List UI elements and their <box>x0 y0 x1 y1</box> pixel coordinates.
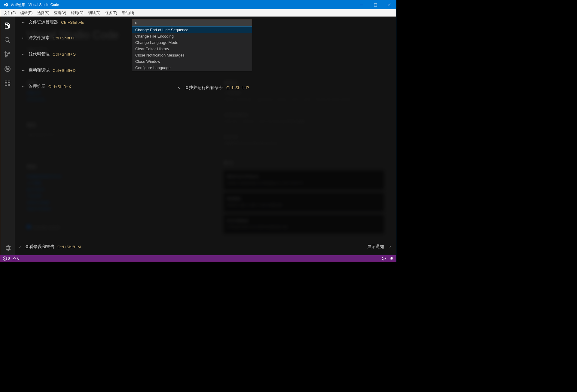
activity-debug[interactable] <box>0 62 15 76</box>
smiley-icon <box>382 256 386 261</box>
menu-debug[interactable]: 调试(D) <box>86 10 103 16</box>
palette-item[interactable]: Clear Editor History <box>132 46 252 52</box>
menu-edit[interactable]: 编辑(E) <box>18 10 35 16</box>
palette-item[interactable]: Change End of Line Sequence <box>132 27 252 33</box>
hint-label: 查找并运行所有命令 <box>185 85 223 90</box>
bug-icon <box>4 65 11 72</box>
menu-tasks[interactable]: 任务(T) <box>103 10 119 16</box>
window-controls <box>355 0 396 9</box>
extensions-icon <box>4 80 11 87</box>
activity-search[interactable] <box>0 33 15 47</box>
svg-rect-0 <box>374 4 377 6</box>
close-button[interactable] <box>382 0 396 9</box>
menu-help[interactable]: 帮助(H) <box>120 10 137 16</box>
palette-item[interactable]: Configure Language <box>132 65 252 71</box>
menu-go[interactable]: 转到(G) <box>69 10 86 16</box>
menu-file[interactable]: 文件(F) <box>2 10 18 16</box>
hint-shortcut: Ctrl+Shift+P <box>226 85 249 90</box>
search-icon <box>4 36 11 44</box>
bell-icon <box>389 256 394 261</box>
minimize-button[interactable] <box>355 0 368 9</box>
palette-item[interactable]: Close Notification Messages <box>132 52 252 58</box>
window: 欢迎使用 - Visual Studio Code 文件(F) 编辑(E) 选择… <box>0 0 396 262</box>
branch-icon <box>4 51 11 58</box>
command-palette-list: Change End of Line Sequence Change File … <box>132 27 252 71</box>
menu-selection[interactable]: 选择(S) <box>35 10 52 16</box>
status-warnings[interactable]: 0 <box>12 256 20 261</box>
arrow-up-left-icon: ← <box>176 84 182 91</box>
svg-point-6 <box>384 258 385 259</box>
warning-icon <box>12 256 17 261</box>
titlebar: 欢迎使用 - Visual Studio Code <box>0 0 396 9</box>
error-icon <box>3 256 7 261</box>
gear-icon <box>4 244 11 252</box>
activity-explorer[interactable] <box>0 18 15 33</box>
activitybar <box>0 17 15 255</box>
app-icon <box>0 2 11 7</box>
content: Visual Studio Code 编辑进化 启动 新建文件 打开文件夹...… <box>0 17 396 255</box>
command-palette-input[interactable] <box>132 19 252 27</box>
statusbar: 0 0 <box>0 255 396 262</box>
status-errors[interactable]: 0 <box>3 256 10 261</box>
menu-view[interactable]: 查看(V) <box>52 10 69 16</box>
svg-point-5 <box>383 258 383 259</box>
command-palette: Change End of Line Sequence Change File … <box>132 19 252 71</box>
activity-scm[interactable] <box>0 47 15 62</box>
main: Visual Studio Code 编辑进化 启动 新建文件 打开文件夹...… <box>15 17 396 255</box>
activity-extensions[interactable] <box>0 76 15 90</box>
menubar: 文件(F) 编辑(E) 选择(S) 查看(V) 转到(G) 调试(D) 任务(T… <box>0 9 396 17</box>
palette-item[interactable]: Close Window <box>132 58 252 65</box>
maximize-button[interactable] <box>368 0 382 9</box>
command-palette-hint: ← 查找并运行所有命令 Ctrl+Shift+P <box>177 85 249 90</box>
svg-point-4 <box>382 257 385 260</box>
palette-item[interactable]: Change Language Mode <box>132 39 252 46</box>
status-notifications[interactable] <box>389 256 394 261</box>
status-feedback[interactable] <box>382 256 386 261</box>
window-title: 欢迎使用 - Visual Studio Code <box>11 2 355 8</box>
svg-point-2 <box>6 68 9 70</box>
files-icon <box>4 22 11 29</box>
palette-item[interactable]: Change File Encoding <box>132 33 252 39</box>
activity-settings[interactable] <box>0 241 15 255</box>
